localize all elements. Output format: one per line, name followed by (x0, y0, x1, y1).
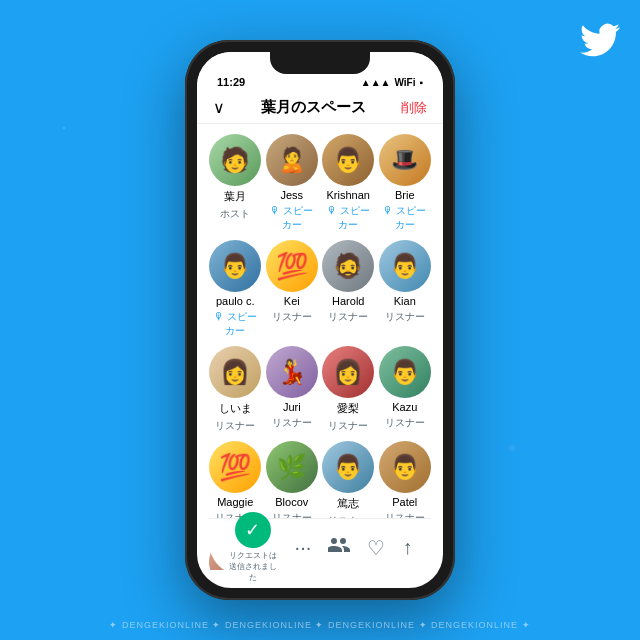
user-cell-patel[interactable]: 👨 Patel リスナー (379, 441, 432, 528)
check-icon: ✓ (235, 512, 271, 548)
user-name: しいま (219, 401, 252, 416)
avatar-shiima: 👩 (209, 346, 261, 398)
user-role: 🎙 スピーカー (266, 204, 319, 232)
wifi-icon: WiFi (394, 77, 415, 88)
share-action[interactable]: ↑ (402, 536, 412, 559)
more-icon: ··· (295, 536, 312, 559)
avatar-brie: 🎩 (379, 134, 431, 186)
nav-bar: ∨ 葉月のスペース 削除 (197, 92, 443, 124)
user-role: リスナー (215, 419, 255, 433)
avatar-patel: 👨 (379, 441, 431, 493)
user-name: 愛梨 (337, 401, 359, 416)
avatar-kei: 💯 (266, 240, 318, 292)
user-role: ホスト (220, 207, 250, 221)
avatar-atsushi: 👨 (322, 441, 374, 493)
user-cell-paulo[interactable]: 👨 paulo c. 🎙 スピーカー (209, 240, 262, 338)
user-role: リスナー (385, 416, 425, 430)
user-name: Kian (394, 295, 416, 307)
user-cell-krishnan[interactable]: 👨 Krishnan 🎙 スピーカー (322, 134, 375, 232)
heart-icon: ♡ (367, 536, 385, 560)
people-icon (328, 536, 350, 559)
user-role: 🎙 スピーカー (379, 204, 432, 232)
heart-action[interactable]: ♡ (367, 536, 385, 560)
avatar-airi: 👩 (322, 346, 374, 398)
user-cell-airi[interactable]: 👩 愛梨 リスナー (322, 346, 375, 433)
phone-wrapper: 11:29 ▲▲▲ WiFi ▪ ∨ 葉月のスペース 削除 (185, 40, 455, 600)
notch (270, 52, 370, 74)
request-label: リクエストは送信されました (228, 550, 278, 583)
user-role: リスナー (328, 419, 368, 433)
user-name: Kazu (392, 401, 417, 413)
watermark: ✦ DENGEKIONLINE ✦ DENGEKIONLINE ✦ DENGEK… (0, 620, 640, 630)
avatar-kazu: 👨 (379, 346, 431, 398)
user-role: リスナー (328, 310, 368, 324)
user-role: リスナー (272, 416, 312, 430)
users-grid: 🧑 葉月 ホスト 🙎 Jess 🎙 スピーカー � (209, 134, 431, 528)
delete-button[interactable]: 削除 (401, 99, 427, 117)
user-name: Brie (395, 189, 415, 201)
user-cell-harold[interactable]: 🧔 Harold リスナー (322, 240, 375, 338)
user-name: Patel (392, 496, 417, 508)
battery-icon: ▪ (419, 77, 423, 88)
bottom-bar: ✓ リクエストは送信されました ··· ♡ ↑ (209, 518, 431, 576)
share-icon: ↑ (402, 536, 412, 559)
avatar-maggie: 💯 (209, 441, 261, 493)
avatar-krishnan: 👨 (322, 134, 374, 186)
user-name: Blocov (275, 496, 308, 508)
user-cell-atsushi[interactable]: 👨 篤志 リスナー (322, 441, 375, 528)
user-name: Krishnan (327, 189, 370, 201)
user-role: リスナー (385, 310, 425, 324)
user-cell-kei[interactable]: 💯 Kei リスナー (266, 240, 319, 338)
user-name: paulo c. (216, 295, 255, 307)
back-chevron[interactable]: ∨ (213, 98, 225, 117)
avatar-jess: 🙎 (266, 134, 318, 186)
page-title: 葉月のスペース (261, 98, 366, 117)
status-icons: ▲▲▲ WiFi ▪ (361, 77, 423, 88)
user-cell-juri[interactable]: 💃 Juri リスナー (266, 346, 319, 433)
avatar-harold: 🧔 (322, 240, 374, 292)
user-role: 🎙 スピーカー (209, 310, 262, 338)
user-role: リスナー (272, 310, 312, 324)
user-cell-kian[interactable]: 👨 Kian リスナー (379, 240, 432, 338)
request-action[interactable]: ✓ リクエストは送信されました (228, 512, 278, 583)
phone-screen: 11:29 ▲▲▲ WiFi ▪ ∨ 葉月のスペース 削除 (197, 52, 443, 588)
time: 11:29 (217, 76, 245, 88)
user-cell-brie[interactable]: 🎩 Brie 🎙 スピーカー (379, 134, 432, 232)
user-name: Juri (283, 401, 301, 413)
phone-frame: 11:29 ▲▲▲ WiFi ▪ ∨ 葉月のスペース 削除 (185, 40, 455, 600)
people-action[interactable] (328, 536, 350, 559)
user-name: 篤志 (337, 496, 359, 511)
avatar-paulo: 👨 (209, 240, 261, 292)
user-name: Maggie (217, 496, 253, 508)
user-name: Kei (284, 295, 300, 307)
user-name: 葉月 (224, 189, 246, 204)
user-cell-hayatsuki[interactable]: 🧑 葉月 ホスト (209, 134, 262, 232)
user-name-harold: Harold (332, 295, 364, 307)
avatar-kian: 👨 (379, 240, 431, 292)
users-content: 🧑 葉月 ホスト 🙎 Jess 🎙 スピーカー � (197, 124, 443, 570)
avatar-hayatsuki: 🧑 (209, 134, 261, 186)
signal-icon: ▲▲▲ (361, 77, 391, 88)
user-name: Jess (280, 189, 303, 201)
watermark-text: ✦ DENGEKIONLINE ✦ DENGEKIONLINE ✦ DENGEK… (109, 620, 530, 630)
avatar-blocov: 🌿 (266, 441, 318, 493)
user-cell-kazu[interactable]: 👨 Kazu リスナー (379, 346, 432, 433)
user-cell-jess[interactable]: 🙎 Jess 🎙 スピーカー (266, 134, 319, 232)
twitter-logo (580, 20, 620, 60)
user-cell-shiima[interactable]: 👩 しいま リスナー (209, 346, 262, 433)
user-role: 🎙 スピーカー (322, 204, 375, 232)
more-action[interactable]: ··· (295, 536, 312, 559)
avatar-juri: 💃 (266, 346, 318, 398)
